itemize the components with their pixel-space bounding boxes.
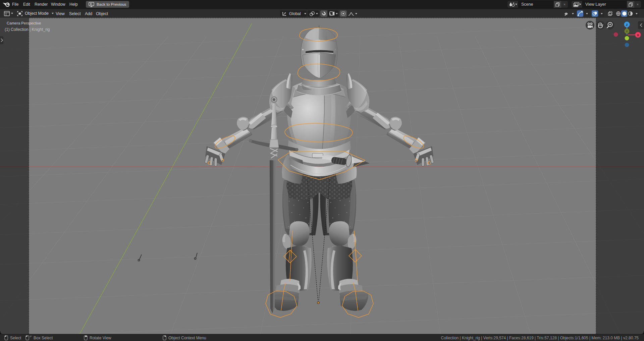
svg-text:Z: Z bbox=[626, 23, 628, 26]
svg-text:(1) Collection | Knight_rig: (1) Collection | Knight_rig bbox=[5, 27, 50, 32]
svg-text:X: X bbox=[637, 33, 639, 37]
svg-text:Y: Y bbox=[626, 30, 628, 33]
svg-text:Camera Perspective: Camera Perspective bbox=[7, 21, 41, 25]
